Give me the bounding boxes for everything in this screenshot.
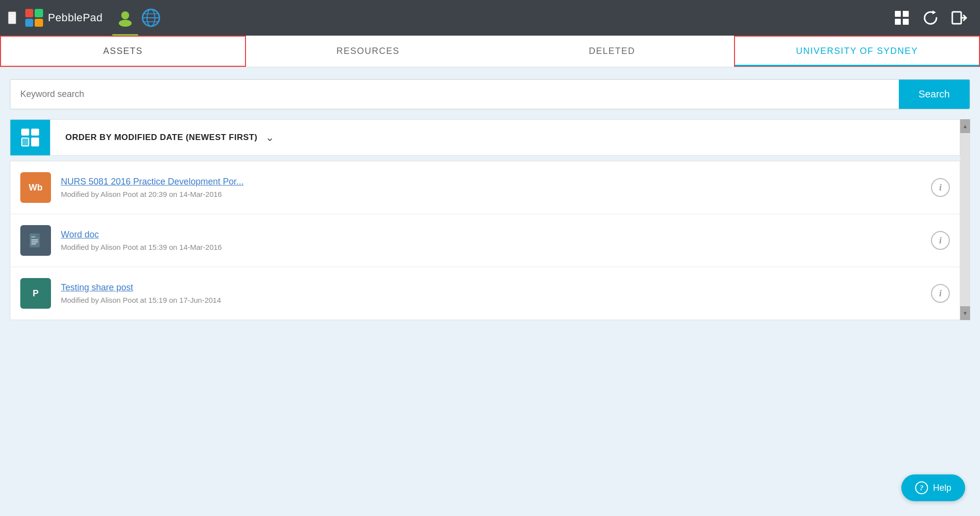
logo-dot-red bbox=[25, 9, 34, 17]
nav-right-actions bbox=[889, 0, 972, 36]
logo-area: PebblePad bbox=[25, 9, 102, 27]
asset-info-2: Word doc Modified by Alison Poot at 15:3… bbox=[61, 230, 921, 251]
asset-title-2[interactable]: Word doc bbox=[61, 230, 921, 240]
tab-deleted[interactable]: DELETED bbox=[490, 36, 734, 67]
refresh-button[interactable] bbox=[918, 0, 943, 36]
logo-dot-yellow bbox=[35, 19, 43, 27]
word-doc-icon bbox=[28, 233, 44, 248]
svg-rect-15 bbox=[31, 239, 38, 240]
logout-button[interactable] bbox=[946, 0, 972, 36]
asset-thumbnail-3: P bbox=[20, 278, 51, 309]
filter-bar: ORDER BY MODIFIED DATE (NEWEST FIRST) ⌄ bbox=[10, 119, 960, 156]
search-input[interactable] bbox=[10, 80, 899, 108]
grid-icon bbox=[894, 10, 910, 26]
chevron-down-icon: ⌄ bbox=[265, 131, 274, 144]
content-with-scrollbar: ORDER BY MODIFIED DATE (NEWEST FIRST) ⌄ … bbox=[10, 119, 970, 320]
list-item: Word doc Modified by Alison Poot at 15:3… bbox=[10, 214, 960, 267]
logo-text: PebblePad bbox=[48, 11, 102, 24]
svg-rect-17 bbox=[31, 243, 36, 244]
filter-label-area[interactable]: ORDER BY MODIFIED DATE (NEWEST FIRST) ⌄ bbox=[50, 120, 960, 155]
grid-cell-tl bbox=[21, 129, 29, 136]
svg-point-1 bbox=[119, 20, 132, 27]
profile-nav-button[interactable] bbox=[112, 0, 138, 36]
svg-rect-8 bbox=[903, 11, 909, 17]
logo-icon bbox=[25, 9, 43, 27]
tabs-bar: ASSETS RESOURCES DELETED UNIVERSITY OF S… bbox=[0, 36, 980, 67]
search-button[interactable]: Search bbox=[899, 80, 970, 109]
grid-cell-bl bbox=[21, 138, 29, 146]
svg-marker-11 bbox=[932, 10, 936, 14]
help-circle-icon: ? bbox=[915, 481, 928, 494]
grid-cell-tr bbox=[31, 129, 39, 136]
tab-resources[interactable]: RESOURCES bbox=[246, 36, 490, 67]
asset-thumbnail-1: Wb bbox=[20, 172, 51, 203]
asset-info-1: NURS 5081 2016 Practice Development Por.… bbox=[61, 177, 921, 198]
scrollbar-track: ▲ ▼ bbox=[960, 119, 970, 320]
tab-assets[interactable]: ASSETS bbox=[0, 36, 246, 67]
filter-icon-box[interactable] bbox=[10, 120, 50, 155]
asset-thumb-label-1: Wb bbox=[29, 183, 43, 193]
asset-info-3: Testing share post Modified by Alison Po… bbox=[61, 282, 921, 304]
asset-meta-3: Modified by Alison Poot at 15:19 on 17-J… bbox=[61, 296, 921, 304]
asset-info-button-2[interactable]: i bbox=[931, 231, 950, 250]
globe-nav-button[interactable] bbox=[138, 0, 164, 36]
hamburger-menu-button[interactable]: ≡ bbox=[8, 11, 16, 24]
list-item: Wb NURS 5081 2016 Practice Development P… bbox=[10, 161, 960, 214]
svg-rect-18 bbox=[31, 236, 35, 237]
tab-university[interactable]: UNIVERSITY OF SYDNEY bbox=[734, 36, 980, 67]
asset-info-button-3[interactable]: i bbox=[931, 284, 950, 303]
grid-filter-icon bbox=[21, 129, 39, 146]
asset-meta-1: Modified by Alison Poot at 20:39 on 14-M… bbox=[61, 190, 921, 198]
refresh-icon bbox=[923, 10, 938, 26]
svg-point-0 bbox=[121, 11, 129, 19]
asset-title-1[interactable]: NURS 5081 2016 Practice Development Por.… bbox=[61, 177, 921, 187]
asset-meta-2: Modified by Alison Poot at 15:39 on 14-M… bbox=[61, 243, 921, 251]
svg-rect-7 bbox=[895, 11, 901, 17]
grid-view-button[interactable] bbox=[889, 0, 915, 36]
svg-rect-16 bbox=[31, 241, 38, 242]
svg-rect-10 bbox=[903, 19, 909, 25]
svg-rect-9 bbox=[895, 19, 901, 25]
filter-label: ORDER BY MODIFIED DATE (NEWEST FIRST) bbox=[65, 133, 257, 142]
asset-thumbnail-2 bbox=[20, 225, 51, 256]
search-bar: Search bbox=[10, 79, 970, 109]
logo-dot-blue bbox=[25, 19, 34, 27]
top-navigation: ≡ PebblePad bbox=[0, 0, 980, 36]
asset-list: Wb NURS 5081 2016 Practice Development P… bbox=[10, 161, 960, 320]
scroll-body bbox=[960, 133, 970, 306]
logo-dot-green bbox=[35, 9, 43, 17]
asset-info-button-1[interactable]: i bbox=[931, 178, 950, 197]
svg-rect-12 bbox=[952, 12, 961, 24]
asset-title-3[interactable]: Testing share post bbox=[61, 282, 921, 293]
asset-thumb-label-3: P bbox=[33, 288, 39, 299]
grid-cell-br bbox=[31, 138, 39, 146]
person-icon bbox=[116, 8, 135, 27]
scroll-down-button[interactable]: ▼ bbox=[960, 306, 970, 320]
help-button[interactable]: ? Help bbox=[901, 474, 965, 501]
scroll-up-button[interactable]: ▲ bbox=[960, 119, 970, 133]
list-item: P Testing share post Modified by Alison … bbox=[10, 267, 960, 320]
help-label: Help bbox=[933, 483, 951, 493]
logout-icon bbox=[951, 10, 967, 26]
globe-icon bbox=[141, 8, 161, 28]
list-area: ORDER BY MODIFIED DATE (NEWEST FIRST) ⌄ … bbox=[10, 119, 960, 320]
main-content: Search ORDER BY MODIFIED DATE (NEWEST FI… bbox=[0, 67, 980, 516]
